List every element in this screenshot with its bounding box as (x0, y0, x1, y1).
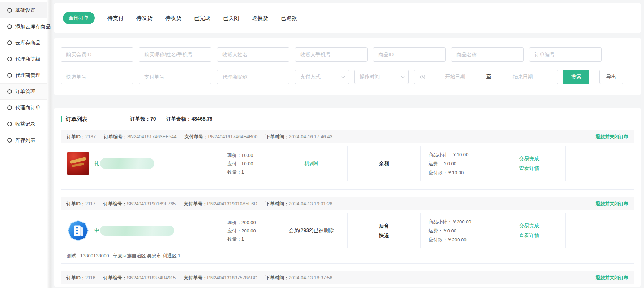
tab-all-orders[interactable]: 全部订单 (63, 12, 95, 24)
product-image-poster (67, 152, 89, 175)
radio-circle-icon (7, 89, 12, 94)
order-id-field: 订单ID：2116 (66, 275, 95, 281)
product-name: 礼 (94, 158, 154, 169)
order-count: 订单数：70 (130, 116, 156, 122)
price-line: 现价：200.00 (227, 218, 275, 227)
order-time-field: 下单时间：2024-04-13 19:01:26 (265, 201, 332, 207)
sidebar-scrollbar[interactable] (47, 0, 53, 288)
product-name: 中 (94, 226, 174, 236)
product-image-logo (67, 219, 89, 242)
censored-blur (100, 226, 174, 236)
tab-return-exchange[interactable]: 退换货 (252, 15, 268, 22)
title-accent-bar (61, 116, 62, 122)
date-range-separator: 至 (484, 74, 494, 80)
sidebar-item-label: 添加云库存商品 (15, 23, 51, 30)
order-block: 订单ID：2137 订单编号：SN24041617463EE544 支付单号：P… (61, 130, 634, 190)
sidebar: 基础设置 添加云库存商品 云库存商品 代理商等级 代理商管理 订单管理 代理商订… (0, 0, 47, 288)
refund-close-order-link[interactable]: 退款并关闭订单 (596, 134, 628, 140)
sidebar-item-stock-list[interactable]: 库存列表 (0, 132, 47, 148)
buyer-member-id-input[interactable] (61, 47, 133, 62)
sidebar-item-order-manage[interactable]: 订单管理 (0, 83, 47, 100)
pay-sn-field: 支付单号：PN24041617464E4B00 (185, 134, 258, 140)
buyer-name: 机yi阿 (304, 160, 318, 167)
view-detail-link[interactable]: 查看详情 (519, 231, 539, 240)
subtotal-line: 商品小计：￥200.00 (429, 217, 493, 226)
radio-circle-icon (7, 40, 12, 45)
order-sn-input[interactable] (529, 47, 602, 62)
tab-pending-shipment[interactable]: 待发货 (136, 15, 153, 22)
order-row: 礼 现价：10.00 应付：10.00 数量：1 机yi阿 余额 (61, 146, 634, 181)
sidebar-item-agent-manage[interactable]: 代理商管理 (0, 67, 47, 83)
payment-line: 余额 (379, 159, 389, 168)
order-time-field: 下单时间：2024-04-13 18:37:56 (265, 275, 332, 281)
pay-sn-field: 支付单号：PN2404131837578ABC (184, 275, 257, 281)
payable-line: 应付款：￥200.00 (429, 235, 493, 244)
end-date-placeholder[interactable]: 结束日期 (494, 74, 552, 80)
buyer-cell: 会员(2932)已被删除 (275, 213, 347, 248)
export-button[interactable]: 导出 (599, 70, 623, 84)
clock-icon (420, 74, 425, 80)
payment-method-select[interactable]: 支付方式 (295, 70, 349, 84)
pay-sn-field: 支付单号：PN24041319010A5E6D (184, 201, 257, 207)
tab-completed[interactable]: 已完成 (194, 15, 210, 22)
payment-line: 后台 (379, 221, 389, 231)
order-time-field: 下单时间：2024-04-16 17:46:43 (265, 134, 332, 140)
refund-close-order-link[interactable]: 退款并关闭订单 (596, 201, 628, 207)
receiver-name-input[interactable] (217, 47, 289, 62)
sidebar-item-label: 代理商订单 (15, 105, 40, 111)
payment-cell: 余额 (347, 146, 420, 181)
payment-line: 快递 (379, 231, 389, 240)
view-detail-link[interactable]: 查看详情 (519, 163, 539, 173)
payment-no-input[interactable] (139, 70, 211, 84)
actions-cell: 交易完成 查看详情 (493, 146, 565, 181)
sidebar-item-agent-level[interactable]: 代理商等级 (0, 51, 47, 67)
price-line: 应付：10.00 (227, 160, 275, 168)
sidebar-item-basic-settings[interactable]: 基础设置 (0, 2, 47, 18)
agent-nickname-input[interactable] (217, 70, 289, 84)
sidebar-item-cloud-stock[interactable]: 云库存商品 (0, 35, 47, 51)
sidebar-item-label: 云库存商品 (15, 40, 40, 46)
order-footer (61, 181, 634, 190)
sidebar-item-label: 基础设置 (15, 7, 35, 14)
status-trade-complete: 交易完成 (519, 154, 539, 163)
sidebar-item-agent-orders[interactable]: 代理商订单 (0, 100, 47, 116)
radio-circle-icon (7, 8, 12, 13)
product-id-input[interactable] (373, 47, 446, 62)
sidebar-item-label: 代理商管理 (15, 72, 40, 79)
product-name-input[interactable] (451, 47, 524, 62)
payable-line: 应付款：￥10.00 (429, 168, 493, 177)
filter-row-1 (61, 47, 634, 62)
filter-row-2: 支付方式 操作时间 开始日期 至 结束日期 搜索 导出 (61, 70, 634, 84)
tab-pending-payment[interactable]: 待支付 (107, 15, 124, 22)
price-line: 数量：1 (227, 235, 275, 243)
order-list-header: 订单列表 订单数：70 订单金额：48468.79 (61, 114, 634, 125)
sidebar-item-label: 代理商等级 (15, 56, 40, 62)
express-no-input[interactable] (61, 70, 133, 84)
operate-time-select[interactable]: 操作时间 (354, 70, 409, 84)
radio-circle-icon (7, 122, 12, 126)
chevron-down-icon (342, 75, 345, 78)
order-footer-address: 测试 13800138000 宁夏回族自治区 吴忠市 利通区 1 (61, 248, 634, 264)
tab-refunded[interactable]: 已退款 (281, 15, 297, 22)
order-sn-field: 订单编号：SN24041318374B4915 (103, 275, 176, 281)
price-line: 数量：1 (227, 168, 275, 176)
tab-closed[interactable]: 已关闭 (223, 15, 239, 22)
tab-pending-receipt[interactable]: 待收货 (165, 15, 181, 22)
totals-cell: 商品小计：￥10.00 运费：￥0.00 应付款：￥10.00 (420, 146, 493, 181)
order-header: 订单ID：2116 订单编号：SN24041318374B4915 支付单号：P… (61, 271, 634, 284)
search-button[interactable]: 搜索 (563, 70, 589, 84)
totals-cell: 商品小计：￥200.00 运费：￥0.00 应付款：￥200.00 (420, 213, 493, 248)
refund-close-order-link[interactable]: 退款并关闭订单 (596, 275, 628, 281)
sidebar-item-label: 收益记录 (15, 121, 35, 127)
buyer-nickname-input[interactable] (139, 47, 211, 62)
date-range-picker[interactable]: 开始日期 至 结束日期 (414, 70, 558, 84)
receiver-phone-input[interactable] (295, 47, 368, 62)
sidebar-item-add-cloud-stock[interactable]: 添加云库存商品 (0, 18, 47, 35)
start-date-placeholder[interactable]: 开始日期 (426, 74, 484, 80)
order-amount: 订单金额：48468.79 (166, 116, 212, 122)
product-name-prefix: 中 (94, 227, 99, 234)
price-cell: 现价：10.00 应付：10.00 数量：1 (220, 146, 275, 181)
order-sn-field: 订单编号：SN240413190169E765 (103, 201, 176, 207)
order-block: 订单ID：2117 订单编号：SN240413190169E765 支付单号：P… (61, 197, 634, 264)
sidebar-item-income-records[interactable]: 收益记录 (0, 116, 47, 132)
